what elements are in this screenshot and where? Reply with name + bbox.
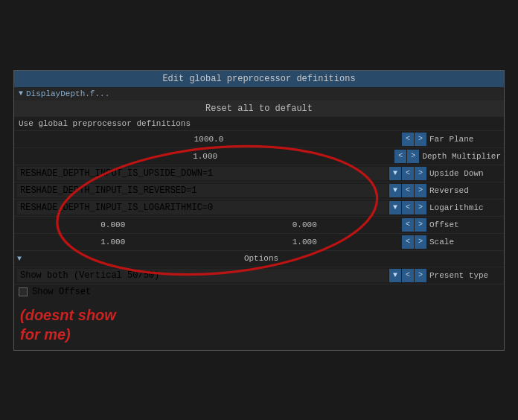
annotation-line2: for me) <box>20 326 71 343</box>
far-plane-btn-group: < > <box>402 133 426 146</box>
logarithmic-dropdown[interactable]: RESHADE_DEPTH_INPUT_IS_LOGARITHMIC=0 <box>17 201 388 214</box>
annotation-text: (doesnt show for me) <box>14 299 504 350</box>
depth-multiplier-btn-group: < > <box>394 150 419 163</box>
offset-value2: 0.000 <box>209 220 401 229</box>
far-plane-value: 1000.0 <box>17 135 400 144</box>
offset-less-btn[interactable]: < <box>402 218 414 232</box>
offset-label: Offset <box>426 220 501 229</box>
offset-btn-group: < > <box>402 218 426 232</box>
reset-button-label: Reset all to default <box>205 104 313 114</box>
logarithmic-more-btn[interactable]: > <box>415 201 426 214</box>
scale-label: Scale <box>426 238 501 246</box>
reversed-btn-group: ▼ < > <box>389 184 426 197</box>
present-type-more-btn[interactable]: > <box>415 269 426 282</box>
upside-down-row: RESHADE_DEPTH_INPUT_IS_UPSIDE_DOWN=1 ▼ <… <box>14 165 504 182</box>
upside-down-dropdown[interactable]: RESHADE_DEPTH_INPUT_IS_UPSIDE_DOWN=1 <box>17 167 388 180</box>
section-header[interactable]: ▼ DisplayDepth.f... <box>14 87 504 101</box>
present-type-label: Present type <box>426 271 501 280</box>
reversed-value: RESHADE_DEPTH_INPUT_IS_REVERSED=1 <box>20 185 197 196</box>
upside-down-dropdown-btn[interactable]: ▼ <box>389 167 401 180</box>
logarithmic-less-btn[interactable]: < <box>402 201 414 214</box>
title-bar: Edit global preprocessor definitions <box>14 71 504 87</box>
annotation-line1: (doesnt show <box>20 307 116 323</box>
options-label: Options <box>22 254 501 263</box>
show-offset-checkbox[interactable] <box>19 287 28 296</box>
title-text: Edit global preprocessor definitions <box>162 74 355 84</box>
upside-down-less-btn[interactable]: < <box>402 167 414 180</box>
present-type-dropdown[interactable]: Show both (Vertical 50/50) <box>17 269 388 282</box>
scale-btn-group: < > <box>402 235 426 249</box>
offset-value1: 0.000 <box>17 220 209 229</box>
present-type-row: Show both (Vertical 50/50) ▼ < > Present… <box>14 267 504 284</box>
reversed-row: RESHADE_DEPTH_INPUT_IS_REVERSED=1 ▼ < > … <box>14 182 504 199</box>
far-plane-row: 1000.0 < > Far Plane <box>14 130 504 147</box>
present-type-dropdown-btn[interactable]: ▼ <box>389 269 401 282</box>
reversed-dropdown[interactable]: RESHADE_DEPTH_INPUT_IS_REVERSED=1 <box>17 184 388 197</box>
depth-multiplier-label: Depth Multiplier <box>419 152 501 161</box>
logarithmic-row: RESHADE_DEPTH_INPUT_IS_LOGARITHMIC=0 ▼ <… <box>14 199 504 216</box>
logarithmic-label: Logarithmic <box>426 203 501 212</box>
reversed-less-btn[interactable]: < <box>402 184 414 197</box>
use-global-label: Use global preprocessor definitions <box>19 119 191 128</box>
far-plane-more-btn[interactable]: > <box>415 133 426 146</box>
present-type-value: Show both (Vertical 50/50) <box>20 270 159 281</box>
logarithmic-value: RESHADE_DEPTH_INPUT_IS_LOGARITHMIC=0 <box>20 203 213 213</box>
scale-row: 1.000 1.000 < > Scale <box>14 233 504 250</box>
reversed-dropdown-btn[interactable]: ▼ <box>389 184 401 197</box>
section-triangle-icon: ▼ <box>19 89 23 98</box>
logarithmic-btn-group: ▼ < > <box>389 201 426 214</box>
section-header-label: DisplayDepth.f... <box>26 89 109 98</box>
upside-down-value: RESHADE_DEPTH_INPUT_IS_UPSIDE_DOWN=1 <box>20 168 213 179</box>
reset-all-button[interactable]: Reset all to default <box>14 101 504 117</box>
upside-down-label: Upside Down <box>426 169 501 178</box>
main-panel: Edit global preprocessor definitions ▼ D… <box>13 70 505 351</box>
depth-multiplier-row: 1.000 < > Depth Multiplier <box>14 147 504 165</box>
offset-row: 0.000 0.000 < > Offset <box>14 216 504 233</box>
depth-multiplier-less-btn[interactable]: < <box>394 150 406 163</box>
far-plane-label: Far Plane <box>426 135 501 144</box>
far-plane-less-btn[interactable]: < <box>402 133 414 146</box>
options-row: ▼ Options <box>14 250 504 267</box>
upside-down-btn-group: ▼ < > <box>389 167 426 180</box>
reversed-label: Reversed <box>426 186 501 195</box>
present-type-less-btn[interactable]: < <box>402 269 414 282</box>
scale-value2: 1.000 <box>209 238 401 246</box>
offset-more-btn[interactable]: > <box>415 218 426 232</box>
depth-multiplier-more-btn[interactable]: > <box>407 150 419 163</box>
show-offset-label: Show Offset <box>32 287 91 297</box>
logarithmic-dropdown-btn[interactable]: ▼ <box>389 201 401 214</box>
depth-multiplier-value: 1.000 <box>17 152 393 161</box>
scale-value1: 1.000 <box>17 238 209 246</box>
show-offset-row: Show Offset <box>14 284 504 299</box>
use-global-row: Use global preprocessor definitions <box>14 117 504 130</box>
present-type-btn-group: ▼ < > <box>389 269 426 282</box>
reversed-more-btn[interactable]: > <box>415 184 426 197</box>
upside-down-more-btn[interactable]: > <box>415 167 426 180</box>
scale-more-btn[interactable]: > <box>415 235 426 249</box>
scale-less-btn[interactable]: < <box>402 235 414 249</box>
